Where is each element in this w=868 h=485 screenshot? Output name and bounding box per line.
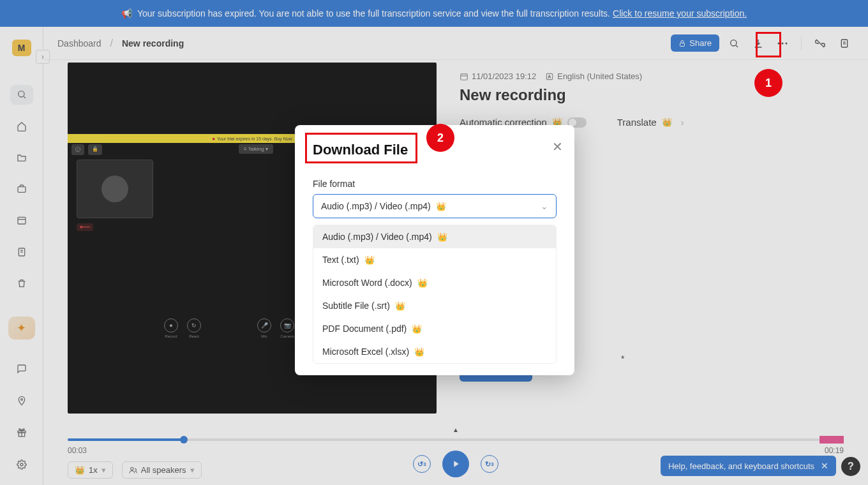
annotation-number-1: 1 — [754, 69, 782, 97]
option-audio-video[interactable]: Audio (.mp3) / Video (.mp4)👑 — [313, 225, 556, 248]
option-pdf[interactable]: PDF Document (.pdf)👑 — [313, 317, 556, 340]
crown-icon: 👑 — [436, 202, 446, 211]
crown-icon: 👑 — [395, 301, 405, 311]
option-text[interactable]: Text (.txt)👑 — [313, 248, 556, 271]
crown-icon: 👑 — [412, 324, 422, 334]
annotation-number-2: 2 — [426, 124, 454, 152]
annotation-box-1 — [756, 32, 781, 57]
modal-close-button[interactable]: ✕ — [552, 139, 563, 154]
file-format-dropdown: Audio (.mp3) / Video (.mp4)👑 Text (.txt)… — [313, 225, 557, 364]
file-format-label: File format — [313, 179, 557, 189]
option-word[interactable]: Microsoft Word (.docx)👑 — [313, 271, 556, 294]
crown-icon: 👑 — [414, 347, 424, 357]
annotation-box-2 — [305, 133, 417, 163]
option-srt[interactable]: Subtitle File (.srt)👑 — [313, 294, 556, 317]
crown-icon: 👑 — [437, 232, 447, 242]
option-xlsx[interactable]: Microsoft Excel (.xlsx)👑 — [313, 340, 556, 363]
file-format-select[interactable]: Audio (.mp3) / Video (.mp4)👑 ⌄ — [313, 194, 557, 218]
crown-icon: 👑 — [417, 278, 428, 288]
chevron-down-icon: ⌄ — [541, 201, 548, 211]
crown-icon: 👑 — [364, 255, 375, 265]
